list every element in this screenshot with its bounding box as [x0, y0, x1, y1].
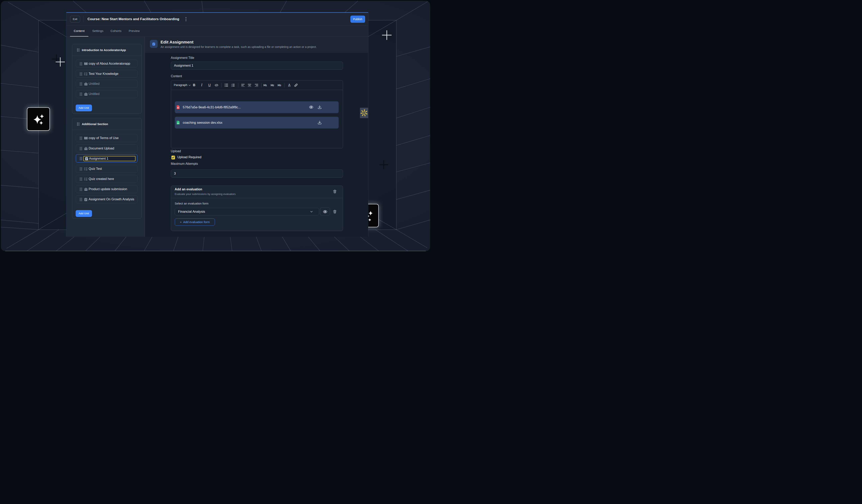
- svg-text:PDF: PDF: [177, 107, 179, 108]
- svg-text:XLS: XLS: [177, 123, 179, 124]
- svg-text:3: 3: [231, 86, 232, 87]
